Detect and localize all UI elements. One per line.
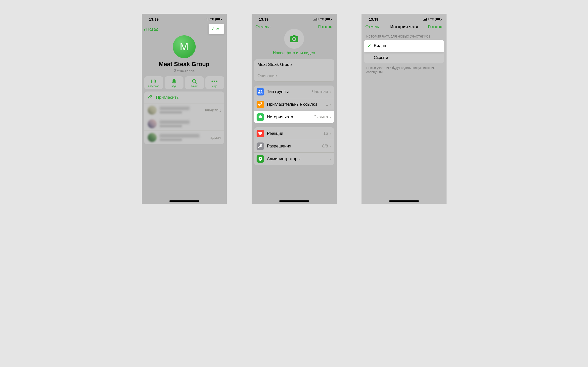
status-time: 13:39 xyxy=(259,17,269,21)
section-footer: Новые участники будут видеть полную исто… xyxy=(362,63,447,77)
nav-bar: Отмена Готово xyxy=(252,23,337,29)
group-title: Meat Steak Group xyxy=(142,61,227,68)
chevron-right-icon: › xyxy=(330,144,331,149)
action-search[interactable]: поиск xyxy=(185,76,204,89)
group-avatar[interactable]: M xyxy=(173,35,196,58)
back-label: Назад xyxy=(146,27,158,32)
member-info xyxy=(160,134,211,141)
home-indicator[interactable] xyxy=(389,200,419,202)
network-label: LTE xyxy=(318,18,324,21)
signal-icon xyxy=(204,18,207,21)
svg-point-1 xyxy=(149,95,150,96)
status-right: LTE xyxy=(204,18,221,21)
chevron-right-icon: › xyxy=(330,131,331,136)
heart-icon xyxy=(257,130,264,137)
members-card: Пригласить владелец админ xyxy=(144,92,224,144)
people-icon xyxy=(257,88,264,95)
done-button[interactable]: Готово xyxy=(428,24,443,29)
search-icon xyxy=(192,78,197,84)
row-value: 8/8 xyxy=(322,144,328,149)
signal-icon xyxy=(314,18,317,21)
member-info xyxy=(160,120,221,127)
row-value: 16 xyxy=(323,131,328,136)
member-avatar xyxy=(148,106,157,115)
settings-group-1: Тип группы Частная › Пригласительные ссы… xyxy=(254,86,334,123)
invite-button[interactable]: Пригласить xyxy=(144,92,224,103)
row-value: Скрыта xyxy=(314,115,328,120)
member-role-admin: админ xyxy=(210,136,221,139)
name-desc-card: Meat Steak Group Описание xyxy=(254,59,334,82)
option-hidden-label: Скрыта xyxy=(374,55,388,60)
status-bar: 13:39 LTE xyxy=(252,14,337,23)
chevron-right-icon: › xyxy=(330,102,331,107)
more-icon: ••• xyxy=(211,78,218,84)
member-row-2[interactable] xyxy=(144,117,224,131)
member-row-3[interactable]: админ xyxy=(144,131,224,144)
nav-bar: ‹ Назад Изм. xyxy=(142,23,227,34)
done-button[interactable]: Готово xyxy=(318,24,333,29)
chat-icon xyxy=(257,113,264,121)
new-photo-link[interactable]: Новое фото или видео xyxy=(252,51,337,55)
svg-point-0 xyxy=(192,79,195,82)
row-label: Пригласительные ссылки xyxy=(267,102,326,107)
row-value: 1 xyxy=(326,102,328,107)
status-right: LTE xyxy=(423,18,441,21)
screen-chat-history: 13:39 LTE Отмена История чата Готово ИСТ… xyxy=(362,14,447,204)
set-photo-button[interactable] xyxy=(284,29,304,49)
row-admins[interactable]: Администраторы › xyxy=(254,153,334,165)
home-indicator[interactable] xyxy=(169,200,199,202)
status-bar: 13:39 LTE xyxy=(362,14,447,23)
option-visible[interactable]: ✓ Видна xyxy=(364,40,444,52)
key-icon xyxy=(257,142,264,150)
row-invite-links[interactable]: Пригласительные ссылки 1 › xyxy=(254,98,334,111)
settings-group-2: Реакции 16 › Разрешения 8/8 › Администра… xyxy=(254,127,334,165)
page-title: История чата xyxy=(381,24,428,29)
member-row-1[interactable]: владелец xyxy=(144,103,224,117)
chevron-left-icon: ‹ xyxy=(144,26,146,33)
member-info xyxy=(160,107,205,114)
battery-icon xyxy=(435,18,441,21)
status-time: 13:39 xyxy=(369,17,378,21)
cancel-button[interactable]: Отмена xyxy=(365,24,381,29)
back-button[interactable]: ‹ Назад xyxy=(144,26,158,33)
action-more-label: ещё xyxy=(212,85,217,88)
group-name-input[interactable]: Meat Steak Group xyxy=(254,59,334,70)
row-group-type[interactable]: Тип группы Частная › xyxy=(254,86,334,98)
battery-icon xyxy=(325,18,331,21)
action-search-label: поиск xyxy=(191,85,198,88)
chevron-right-icon: › xyxy=(330,89,331,94)
person-plus-icon xyxy=(148,94,153,100)
link-icon xyxy=(257,101,264,108)
action-sound[interactable]: звук xyxy=(165,76,183,89)
action-sound-label: звук xyxy=(172,85,176,88)
network-label: LTE xyxy=(209,18,214,21)
nav-bar: Отмена История чата Готово xyxy=(362,23,447,29)
edit-button[interactable]: Изм. xyxy=(209,24,224,34)
group-subtitle: 3 участника xyxy=(142,68,227,72)
status-bar: 13:39 LTE xyxy=(142,14,227,23)
member-avatar xyxy=(148,119,157,128)
row-chat-history[interactable]: История чата Скрыта › xyxy=(254,111,334,123)
status-right: LTE xyxy=(314,18,331,21)
row-reactions[interactable]: Реакции 16 › xyxy=(254,127,334,140)
description-input[interactable]: Описание xyxy=(254,70,334,82)
screen-group-info: 13:39 LTE ‹ Назад Изм. M Meat Steak Grou… xyxy=(142,14,227,204)
option-hidden[interactable]: Скрыта xyxy=(364,52,444,63)
home-indicator[interactable] xyxy=(279,200,309,202)
row-label: История чата xyxy=(267,115,314,120)
action-more[interactable]: ••• ещё xyxy=(205,76,224,89)
camera-icon xyxy=(290,35,298,42)
cancel-button[interactable]: Отмена xyxy=(256,24,271,29)
row-permissions[interactable]: Разрешения 8/8 › xyxy=(254,140,334,153)
network-label: LTE xyxy=(428,18,434,21)
video-icon xyxy=(151,78,156,84)
action-row: видеочат звук поиск ••• ещё xyxy=(142,76,227,92)
invite-label: Пригласить xyxy=(156,95,179,100)
member-avatar xyxy=(148,133,157,142)
bell-icon xyxy=(172,78,176,84)
row-label: Разрешения xyxy=(267,144,322,149)
action-videochat[interactable]: видеочат xyxy=(144,76,163,89)
option-visible-label: Видна xyxy=(374,43,386,48)
history-options-card: ✓ Видна Скрыта xyxy=(364,40,444,63)
signal-icon xyxy=(423,18,427,21)
